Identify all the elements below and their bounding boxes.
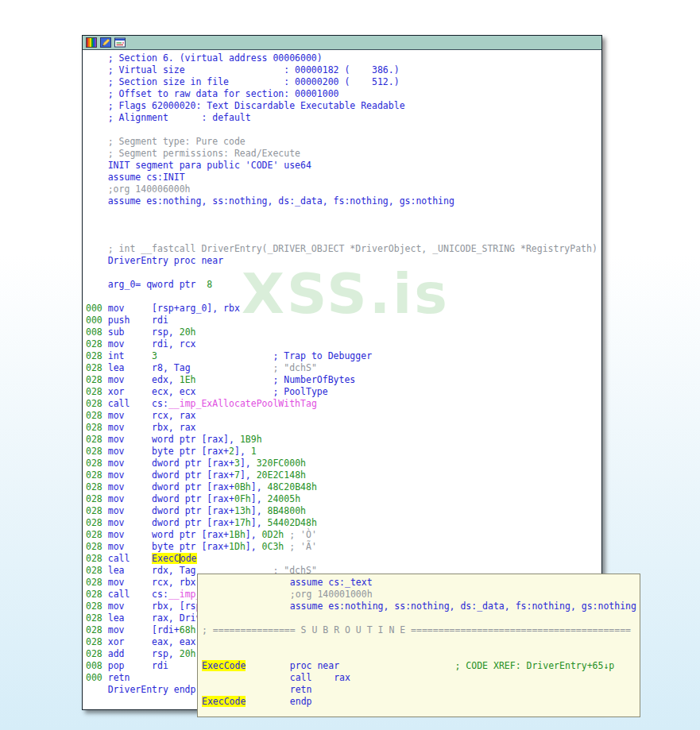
listing-line[interactable]: 028 int 3 ; Trap to Debugger: [86, 350, 601, 362]
code-segment: mov rcx, rbx: [108, 577, 196, 588]
listing-line[interactable]: 028 call cs:__imp_ExAllocatePoolWithTag: [86, 398, 601, 410]
listing-line[interactable]: 028 mov dword ptr [rax+7], 20E2C148h: [86, 469, 601, 481]
code-segment: ; Virtual size : 00000182 ( 386.): [86, 64, 400, 75]
code-segment: 20E2C148h: [257, 469, 306, 481]
listing-line[interactable]: 028 mov byte ptr [rax+1Dh], 0C3h ; 'Ã': [86, 541, 601, 553]
code-segment: mov byte ptr [rax+: [108, 446, 229, 457]
listing-line[interactable]: 028 lea r8, Tag ; "dchS": [86, 362, 601, 374]
code-segment: lea r8, Tag: [108, 362, 191, 373]
listing-line[interactable]: 028 mov dword ptr [rax+17h], 54402D48h: [86, 517, 601, 529]
highlighted-identifier: ExecCode: [202, 696, 246, 707]
listing-line[interactable]: 028 mov dword ptr [rax+13h], 8B4800h: [86, 505, 601, 517]
listing-line[interactable]: ; Flags 62000020: Text Discardable Execu…: [86, 100, 601, 112]
listing-line[interactable]: 028 mov dword ptr [rax+0Fh], 24005h: [86, 493, 601, 505]
listing-line[interactable]: 028 mov rbx, rax: [86, 422, 601, 434]
listing-line[interactable]: arg_0= qword ptr 8: [86, 279, 601, 291]
listing-line[interactable]: 028 mov edx, 1Eh ; NumberOfBytes: [86, 374, 601, 386]
listing-line[interactable]: [86, 231, 601, 243]
code-segment: retn: [108, 672, 130, 683]
code-segment: 008: [86, 660, 108, 671]
listing-line[interactable]: 000 mov [rsp+arg_0], rbx: [86, 303, 601, 315]
code-segment: 0Bh: [234, 481, 251, 492]
code-segment: call rax: [202, 672, 350, 683]
code-segment: ;org 140001000h: [202, 589, 373, 600]
window-properties-icon[interactable]: [114, 37, 126, 48]
listing-line[interactable]: 028 mov dword ptr [rax+3], 320FC000h: [86, 458, 601, 469]
listing-line[interactable]: 028 mov rcx, rax: [86, 410, 601, 422]
code-segment: assume es:nothing, ss:nothing, ds:_data,…: [202, 601, 636, 612]
listing-line[interactable]: 028 mov byte ptr [rax+2], 1: [86, 446, 601, 458]
code-segment: 028: [86, 541, 108, 552]
code-segment: 320FC000h: [257, 458, 306, 469]
code-segment: mov rdi, rcx: [108, 338, 196, 350]
code-segment: ],: [240, 458, 257, 469]
code-segment: ],: [251, 505, 268, 516]
code-segment: 028: [86, 398, 108, 409]
listing-line[interactable]: ; Alignment : default: [86, 112, 601, 124]
code-segment: 028: [86, 422, 108, 433]
highlighted-identifier: ExecC: [152, 553, 180, 564]
edit-pencil-icon[interactable]: [99, 37, 111, 48]
listing-line[interactable]: ; Section 6. (virtual address 00006000): [86, 52, 601, 64]
code-segment: ; "dchS": [191, 362, 317, 373]
palette-icon[interactable]: [85, 37, 97, 48]
listing-line[interactable]: 028 mov word ptr [rax+1Bh], 0D2h ; 'Ò': [86, 529, 601, 541]
code-segment: 028: [86, 529, 108, 540]
code-segment: 028: [86, 612, 108, 624]
listing-line[interactable]: INIT segment para public 'CODE' use64: [86, 160, 601, 172]
listing-line[interactable]: ; Section size in file : 00000200 ( 512.…: [86, 76, 601, 88]
listing-line[interactable]: 028 mov word ptr [rax], 1B9h: [86, 434, 601, 446]
code-segment: 7: [234, 469, 240, 481]
listing-line[interactable]: ; Offset to raw data for section: 000010…: [86, 88, 601, 100]
listing-line[interactable]: 028 mov dword ptr [rax+0Bh], 48C20B48h: [86, 481, 601, 493]
listing-line[interactable]: [86, 219, 601, 231]
code-segment: 028: [86, 589, 108, 600]
listing-line[interactable]: 008 sub rsp, 20h: [86, 326, 601, 338]
palette-icon-svg: [86, 37, 97, 48]
code-segment: ; Segment permissions: Read/Execute: [86, 148, 300, 159]
listing-line[interactable]: assume es:nothing, ss:nothing, ds:_data,…: [86, 195, 601, 207]
listing-line[interactable]: ; Segment type: Pure code: [86, 136, 601, 148]
code-segment: mov edx,: [108, 374, 180, 385]
code-segment: 028: [86, 410, 108, 421]
tooltip-line: ExecCode endp: [202, 696, 640, 708]
code-segment: sub rsp,: [108, 326, 180, 338]
code-segment: 028: [86, 577, 108, 588]
listing-line[interactable]: DriverEntry proc near: [86, 255, 601, 267]
code-segment: 028: [86, 469, 108, 481]
code-segment: 3: [234, 458, 240, 469]
code-segment: 54402D48h: [268, 517, 317, 528]
listing-line[interactable]: ; Virtual size : 00000182 ( 386.): [86, 64, 601, 76]
listing-line[interactable]: [86, 267, 601, 279]
code-segment: 028: [86, 338, 108, 350]
code-segment: 028: [86, 517, 108, 528]
code-segment: 8: [207, 279, 212, 290]
listing-line[interactable]: assume cs:INIT: [86, 172, 601, 183]
listing-line[interactable]: ; int __fastcall DriverEntry(_DRIVER_OBJ…: [86, 243, 601, 255]
code-segment: 48C20B48h: [268, 481, 317, 492]
code-segment: mov [rdi+: [108, 624, 180, 635]
listing-line[interactable]: [86, 291, 601, 303]
listing-line[interactable]: 028 mov rdi, rcx: [86, 338, 601, 350]
listing-line[interactable]: [86, 124, 601, 136]
highlighted-identifier: ExecCode: [202, 660, 246, 671]
code-segment: mov [rsp+arg_0], rbx: [108, 303, 240, 314]
tooltip-line: ;org 140001000h: [202, 589, 640, 601]
code-segment: 1B9h: [240, 434, 262, 445]
code-segment: ],: [234, 446, 251, 457]
listing-line[interactable]: ; Segment permissions: Read/Execute: [86, 148, 601, 160]
code-segment: mov rbx, [rsp: [108, 601, 202, 612]
listing-line[interactable]: 028 xor ecx, ecx ; PoolType: [86, 386, 601, 398]
code-segment: 028: [86, 434, 108, 445]
code-segment: assume cs:INIT: [86, 172, 185, 183]
code-segment: ],: [251, 481, 268, 492]
listing-line[interactable]: [86, 207, 601, 219]
window-titlebar[interactable]: [83, 36, 601, 50]
listing-line[interactable]: 028 call ExecCode: [86, 553, 601, 565]
code-segment: assume cs:_text: [202, 577, 373, 588]
code-segment: 1: [251, 446, 257, 457]
listing-line[interactable]: ;org 140006000h: [86, 183, 601, 195]
code-segment: call cs:: [108, 589, 168, 600]
code-segment: ; 'Ò': [289, 529, 317, 540]
listing-line[interactable]: 000 push rdi: [86, 315, 601, 326]
